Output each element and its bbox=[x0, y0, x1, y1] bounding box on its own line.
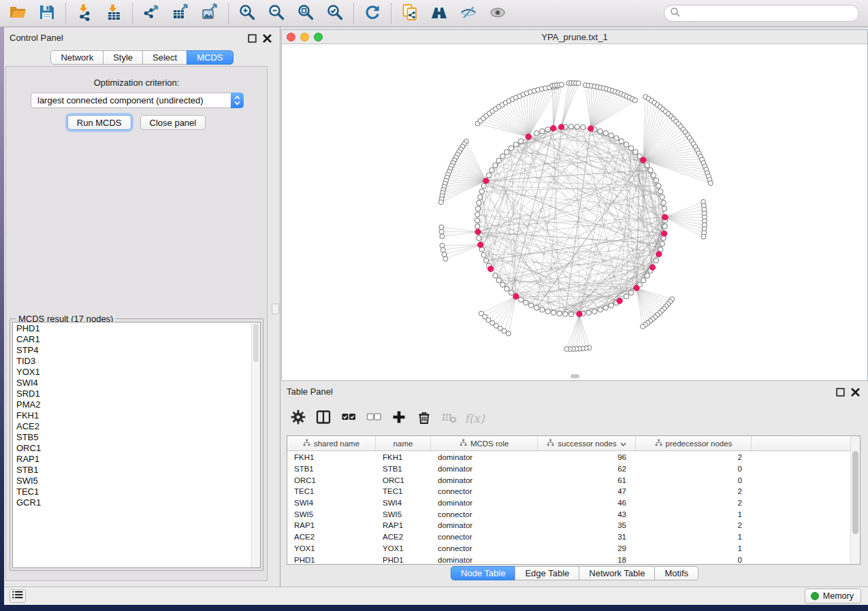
search-field[interactable] bbox=[664, 5, 859, 22]
mcds-result-item[interactable]: TID3 bbox=[13, 356, 251, 367]
table-cell[interactable]: 62 bbox=[538, 465, 636, 473]
table-cell[interactable]: 46 bbox=[538, 499, 636, 507]
table-row[interactable]: SWI4SWI4dominator462 bbox=[287, 497, 850, 509]
table-cell[interactable]: SWI4 bbox=[287, 499, 376, 507]
table-row[interactable]: STB1STB1dominator620 bbox=[287, 463, 850, 475]
table-cell[interactable]: RAP1 bbox=[287, 521, 376, 529]
zoom-out-button[interactable] bbox=[265, 3, 288, 24]
table-cell[interactable]: STB1 bbox=[287, 465, 376, 473]
table-cell[interactable]: 18 bbox=[538, 556, 636, 564]
column-header-mcds-role[interactable]: MCDS role bbox=[431, 436, 538, 450]
table-cell[interactable]: dominator bbox=[431, 476, 538, 484]
mcds-result-item[interactable]: RAP1 bbox=[13, 454, 251, 465]
table-cell[interactable]: dominator bbox=[431, 556, 538, 564]
mcds-result-item[interactable]: STP4 bbox=[13, 345, 251, 356]
table-cell[interactable]: 2 bbox=[636, 499, 752, 507]
table-cell[interactable]: 2 bbox=[636, 453, 752, 461]
table-row[interactable]: SWI5SWI5connector431 bbox=[287, 508, 850, 520]
table-row[interactable]: PHD1PHD1dominator180 bbox=[287, 554, 850, 565]
mcds-result-item[interactable]: STB1 bbox=[13, 465, 251, 476]
mcds-list-scrollbar[interactable] bbox=[251, 323, 260, 567]
table-row[interactable]: FKH1FKH1dominator962 bbox=[287, 452, 850, 463]
export-table-button[interactable] bbox=[169, 3, 192, 24]
float-table-panel-icon[interactable] bbox=[836, 387, 845, 396]
tab-mcds[interactable]: MCDS bbox=[187, 50, 233, 65]
mcds-result-item[interactable]: ACE2 bbox=[13, 421, 251, 432]
table-cell[interactable]: dominator bbox=[431, 499, 538, 507]
search-input[interactable] bbox=[681, 7, 858, 20]
table-cell[interactable]: dominator bbox=[431, 453, 538, 461]
table-scrollbar[interactable] bbox=[850, 436, 860, 564]
zoom-in-button[interactable] bbox=[236, 3, 259, 24]
tab-style[interactable]: Style bbox=[103, 50, 143, 65]
close-table-panel-icon[interactable] bbox=[851, 387, 860, 396]
network-window-titlebar[interactable]: YPA_prune.txt_1 bbox=[282, 30, 867, 44]
task-history-button[interactable] bbox=[10, 589, 26, 603]
duplicate-network-button[interactable] bbox=[398, 3, 421, 24]
table-row[interactable]: ACE2ACE2connector311 bbox=[287, 531, 850, 543]
table-cell[interactable]: 35 bbox=[538, 521, 636, 529]
run-mcds-button[interactable]: Run MCDS bbox=[67, 115, 131, 130]
table-cell[interactable]: 0 bbox=[636, 465, 752, 473]
table-cell[interactable]: RAP1 bbox=[376, 521, 431, 529]
table-row[interactable]: RAP1RAP1dominator352 bbox=[287, 520, 850, 531]
column-header-predecessor-nodes[interactable]: predecessor nodes bbox=[636, 436, 752, 450]
import-network-button[interactable] bbox=[73, 3, 96, 24]
mcds-result-item[interactable]: SWI5 bbox=[13, 476, 251, 486]
first-neighbors-button[interactable] bbox=[428, 3, 451, 24]
table-cell[interactable]: 1 bbox=[636, 533, 752, 541]
table-cell[interactable]: 29 bbox=[538, 544, 636, 552]
table-cell[interactable]: dominator bbox=[431, 521, 538, 529]
table-cell[interactable]: SWI5 bbox=[376, 510, 431, 518]
table-cell[interactable]: 61 bbox=[538, 476, 636, 484]
table-cell[interactable]: dominator bbox=[431, 465, 538, 473]
open-file-button[interactable] bbox=[6, 3, 29, 24]
select-all-button[interactable] bbox=[340, 410, 357, 427]
table-cell[interactable]: connector bbox=[431, 487, 538, 495]
tab-network-table[interactable]: Network Table bbox=[579, 566, 655, 580]
table-cell[interactable]: connector bbox=[431, 510, 538, 518]
table-cell[interactable]: SWI5 bbox=[287, 510, 376, 518]
mcds-result-item[interactable]: ORC1 bbox=[13, 443, 251, 454]
mcds-result-item[interactable]: STB5 bbox=[13, 432, 251, 443]
tab-edge-table[interactable]: Edge Table bbox=[515, 566, 579, 580]
zoom-selected-button[interactable] bbox=[323, 3, 347, 24]
tab-select[interactable]: Select bbox=[142, 50, 187, 65]
table-cell[interactable]: SWI4 bbox=[376, 499, 431, 507]
table-cell[interactable]: 31 bbox=[538, 533, 636, 541]
table-cell[interactable]: PHD1 bbox=[287, 556, 376, 564]
table-cell[interactable]: 0 bbox=[636, 556, 752, 564]
delete-column-button[interactable] bbox=[415, 410, 433, 427]
deselect-all-button[interactable] bbox=[365, 410, 383, 427]
table-cell[interactable]: 0 bbox=[636, 476, 752, 484]
column-visibility-button[interactable] bbox=[315, 410, 332, 427]
mcds-result-item[interactable]: GCR1 bbox=[13, 497, 251, 508]
mcds-result-item[interactable]: SRD1 bbox=[13, 389, 251, 399]
table-cell[interactable]: FKH1 bbox=[376, 453, 431, 461]
tab-network[interactable]: Network bbox=[50, 50, 103, 65]
table-row[interactable]: TEC1TEC1connector472 bbox=[287, 486, 850, 497]
table-cell[interactable]: ORC1 bbox=[287, 476, 376, 484]
table-row[interactable]: ORC1ORC1dominator610 bbox=[287, 474, 850, 486]
table-cell[interactable]: 1 bbox=[636, 544, 752, 552]
show-all-button[interactable] bbox=[486, 3, 509, 24]
column-header-name[interactable]: name bbox=[376, 436, 431, 450]
mcds-result-item[interactable]: TEC1 bbox=[13, 486, 251, 497]
float-panel-icon[interactable] bbox=[248, 33, 257, 42]
tab-motifs[interactable]: Motifs bbox=[654, 566, 698, 580]
table-scrollbar-thumb[interactable] bbox=[852, 451, 858, 534]
mcds-result-item[interactable]: CAR1 bbox=[13, 334, 251, 345]
memory-button[interactable]: Memory bbox=[805, 589, 861, 604]
table-cell[interactable]: TEC1 bbox=[287, 487, 376, 495]
column-header-successor-nodes[interactable]: successor nodes bbox=[538, 436, 636, 450]
table-cell[interactable]: TEC1 bbox=[376, 487, 431, 495]
panel-splitter-grip[interactable] bbox=[272, 303, 279, 314]
mcds-result-item[interactable]: PHD1 bbox=[13, 323, 251, 334]
table-cell[interactable]: 43 bbox=[538, 510, 636, 518]
network-canvas[interactable] bbox=[282, 44, 867, 380]
close-panel-icon[interactable] bbox=[263, 33, 272, 42]
table-cell[interactable]: 96 bbox=[538, 453, 636, 461]
import-table-button[interactable] bbox=[102, 3, 125, 24]
table-cell[interactable]: 47 bbox=[538, 487, 636, 495]
attribute-options-button[interactable] bbox=[289, 410, 307, 427]
